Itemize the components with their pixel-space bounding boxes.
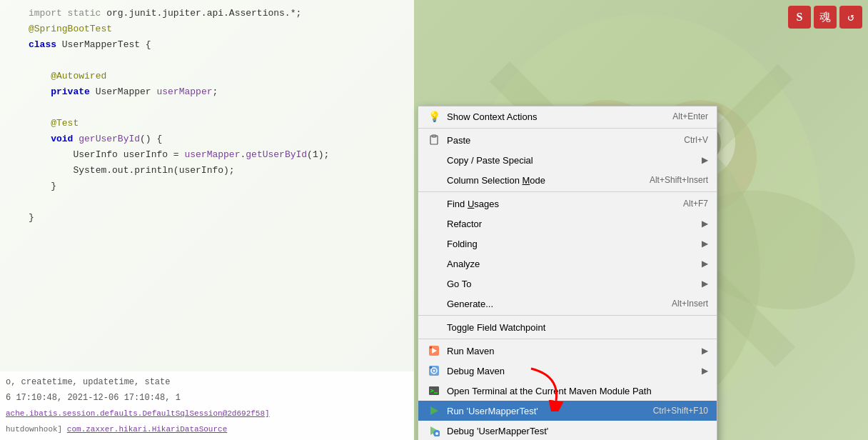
svg-rect-19 <box>430 346 432 349</box>
submenu-arrow-run-maven: ▶ <box>702 346 708 356</box>
menu-item-open-terminal[interactable]: Open Terminal at the Current Maven Modul… <box>418 381 717 401</box>
menu-separator-1 <box>418 128 717 129</box>
run-test-icon <box>427 404 441 418</box>
submenu-arrow-refactor: ▶ <box>702 219 708 229</box>
svg-rect-23 <box>430 366 432 369</box>
analyze-icon <box>427 256 441 271</box>
menu-shortcut-generate: Alt+Insert <box>672 299 708 309</box>
run-maven-icon <box>427 344 441 358</box>
bottom-line-3: ache.ibatis.session.defaults.DefaultSqlS… <box>6 406 408 421</box>
menu-item-go-to[interactable]: Go To ▶ <box>418 274 717 294</box>
menu-label-column-selection: Column Selection Mode <box>447 175 635 186</box>
terminal-icon <box>427 384 441 398</box>
menu-item-debug-usermappertest[interactable]: Debug 'UserMapperTest' <box>418 421 717 440</box>
menu-separator-2 <box>418 191 717 192</box>
code-line-4 <box>0 53 414 69</box>
menu-label-analyze: Analyze <box>447 259 696 269</box>
svg-marker-26 <box>430 406 438 415</box>
menu-label-paste: Paste <box>447 135 670 146</box>
folding-icon <box>427 236 441 251</box>
column-selection-icon <box>427 173 441 187</box>
code-line-13 <box>0 194 414 210</box>
submenu-arrow-debug-maven: ▶ <box>702 366 708 376</box>
debug-maven-icon <box>427 364 441 378</box>
svg-point-30 <box>435 432 438 435</box>
generate-icon <box>427 296 441 311</box>
code-line-7 <box>0 100 414 116</box>
menu-label-refactor: Refactor <box>447 219 696 229</box>
code-line-10: UserInfo userInfo = userMapper.getUserBy… <box>0 147 414 163</box>
menu-item-copy-paste-special[interactable]: Copy / Paste Special ▶ <box>418 150 717 170</box>
menu-label-copy-paste-special: Copy / Paste Special <box>447 155 696 166</box>
menu-label-debug-usermappertest: Debug 'UserMapperTest' <box>447 426 708 436</box>
bottom-line-4: hutdownhook] com.zaxxer.hikari.HikariDat… <box>6 421 408 437</box>
menu-label-generate: Generate... <box>447 299 657 309</box>
menu-item-paste[interactable]: Paste Ctrl+V <box>418 130 717 150</box>
lightbulb-icon: 💡 <box>427 109 441 124</box>
code-line-6: private UserMapper userMapper; <box>0 84 414 100</box>
copy-paste-icon <box>427 153 441 167</box>
menu-item-debug-maven[interactable]: Debug Maven ▶ <box>418 361 717 381</box>
plugin-icon-refresh[interactable]: ↺ <box>839 6 862 29</box>
paste-icon <box>427 133 441 147</box>
menu-shortcut-find-usages: Alt+F7 <box>683 199 708 209</box>
submenu-arrow-go-to: ▶ <box>702 279 708 289</box>
menu-label-open-terminal: Open Terminal at the Current Maven Modul… <box>447 386 708 396</box>
menu-label-debug-maven: Debug Maven <box>447 366 696 376</box>
menu-separator-4 <box>418 339 717 339</box>
menu-label-show-context-actions: Show Context Actions <box>447 111 658 122</box>
code-line-12: } <box>0 179 414 194</box>
debug-test-icon <box>427 424 441 438</box>
menu-item-column-selection[interactable]: Column Selection Mode Alt+Shift+Insert <box>418 170 717 190</box>
menu-item-find-usages[interactable]: Find Usages Alt+F7 <box>418 194 717 214</box>
menu-label-folding: Folding <box>447 239 696 249</box>
plugin-icon-soul[interactable]: 魂 <box>814 6 837 29</box>
code-line-2: @SpringBootTest <box>0 21 414 37</box>
code-line-9: void gerUserById() { <box>0 131 414 147</box>
menu-item-run-usermappertest[interactable]: Run 'UserMapperTest' Ctrl+Shift+F10 <box>418 401 717 421</box>
menu-item-folding[interactable]: Folding ▶ <box>418 234 717 254</box>
menu-item-toggle-watchpoint[interactable]: Toggle Field Watchpoint <box>418 317 717 337</box>
code-line-3: class UserMapperTest { <box>0 37 414 53</box>
menu-shortcut-show-context-actions: Alt+Enter <box>672 111 708 121</box>
menu-label-run-usermappertest: Run 'UserMapperTest' <box>447 406 639 416</box>
menu-label-go-to: Go To <box>447 279 696 289</box>
bottom-code-area: o, createtime, updatetime, state 6 17:10… <box>0 371 414 440</box>
context-menu: 💡 Show Context Actions Alt+Enter Paste C… <box>418 106 717 440</box>
watchpoint-icon <box>427 320 441 334</box>
plugin-icon-s[interactable]: S <box>788 6 811 29</box>
svg-point-22 <box>433 370 435 372</box>
code-line-14: } <box>0 210 414 226</box>
menu-label-run-maven: Run Maven <box>447 346 696 356</box>
submenu-arrow-copy-paste: ▶ <box>702 155 708 165</box>
toolbar-icons: S 魂 ↺ <box>788 6 862 29</box>
code-line-5: @Autowired <box>0 69 414 84</box>
submenu-arrow-analyze: ▶ <box>702 259 708 269</box>
menu-item-generate[interactable]: Generate... Alt+Insert <box>418 294 717 314</box>
menu-label-toggle-watchpoint: Toggle Field Watchpoint <box>447 322 708 333</box>
go-to-icon <box>427 276 441 291</box>
menu-item-refactor[interactable]: Refactor ▶ <box>418 214 717 234</box>
menu-separator-3 <box>418 315 717 316</box>
bottom-line-2: 6 17:10:48, 2021-12-06 17:10:48, 1 <box>6 390 408 406</box>
menu-item-show-context-actions[interactable]: 💡 Show Context Actions Alt+Enter <box>418 106 717 126</box>
refactor-icon <box>427 216 441 231</box>
code-line-1: import static org.junit.jupiter.api.Asse… <box>0 6 414 21</box>
menu-shortcut-run-usermappertest: Ctrl+Shift+F10 <box>653 406 708 416</box>
menu-item-run-maven[interactable]: Run Maven ▶ <box>418 341 717 361</box>
menu-item-analyze[interactable]: Analyze ▶ <box>418 254 717 274</box>
submenu-arrow-folding: ▶ <box>702 239 708 249</box>
svg-rect-16 <box>432 135 436 137</box>
menu-shortcut-column-selection: Alt+Shift+Insert <box>650 175 708 185</box>
bottom-line-1: o, createtime, updatetime, state <box>6 374 408 390</box>
menu-shortcut-paste: Ctrl+V <box>684 135 708 145</box>
menu-label-find-usages: Find Usages <box>447 199 669 209</box>
code-line-8: @Test <box>0 116 414 131</box>
find-usages-icon <box>427 196 441 211</box>
code-line-11: System.out.println(userInfo); <box>0 163 414 179</box>
